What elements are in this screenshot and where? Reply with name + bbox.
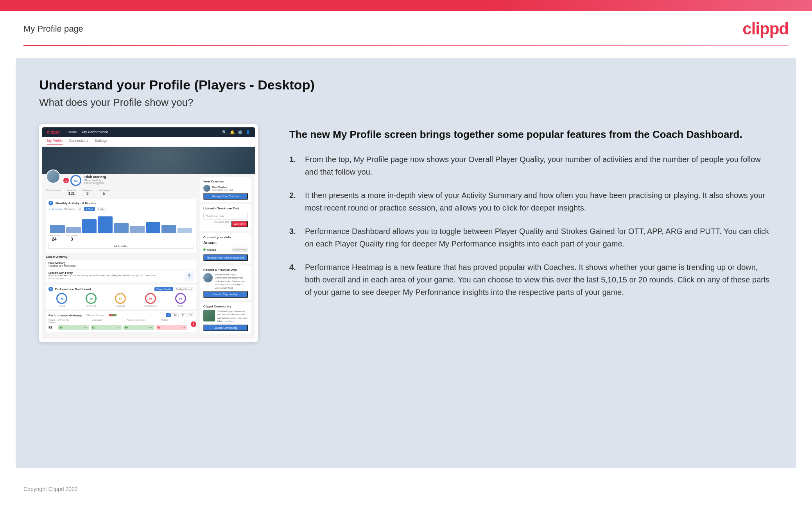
ring-approach-circle: 85 xyxy=(115,293,126,304)
on-course-value: 24 xyxy=(48,237,60,241)
heatmap-cell-putt[interactable]: 96 ▲▼ xyxy=(156,325,187,330)
list-item-4: 4. Performance Heatmap is a new feature … xyxy=(289,261,773,298)
svg-point-0 xyxy=(188,274,190,276)
heatmap-btn-5[interactable]: 5 xyxy=(166,313,171,317)
stat-followers-value: 3 xyxy=(82,191,93,196)
manage-coaches-button[interactable]: Manage Your Coaches xyxy=(203,193,248,200)
app-nav: clippd Home My Performance 🔍 🔔 ⚙️ 👤 xyxy=(42,127,255,137)
heatmap-app-value: 85 xyxy=(92,326,95,329)
lesson-item[interactable]: Lesson with Fordy Nothing is feel like m… xyxy=(46,270,196,282)
lesson-description: Nothing is feel like my hips are ending … xyxy=(48,274,182,277)
list-item-2: 2. It then presents a more in-depth view… xyxy=(289,189,773,214)
heatmap-putt-trend: ▲▼ xyxy=(181,326,185,328)
nav-home[interactable]: Home xyxy=(67,130,77,134)
latest-activity-title: Latest Activity xyxy=(46,255,67,259)
heatmap-cell-arg[interactable]: 86 ▲▼ xyxy=(123,325,154,330)
manage-integrations-button[interactable]: Manage Your Data Integrations xyxy=(203,254,248,261)
page-title: My Profile page xyxy=(23,24,83,34)
arccos-title: Arccos xyxy=(203,241,248,245)
settings-icon[interactable]: ⚙️ xyxy=(238,130,242,134)
activity-bar-chart xyxy=(48,213,194,233)
heatmap-btn-10[interactable]: 10 xyxy=(172,313,179,317)
ring-approach[interactable]: 85 Approach xyxy=(115,293,126,307)
nav-my-performance[interactable]: My Performance xyxy=(82,130,108,134)
ring-off-tee-label: Off the Tee xyxy=(86,305,97,307)
perf-dashboard-title: Performance Dashboard xyxy=(55,287,91,291)
heatmap-cell-ott[interactable]: 90 ▲▼ xyxy=(58,325,89,330)
user-location: United Kingdom xyxy=(84,182,106,184)
lesson-meta: 00:1h · 30 mins xyxy=(48,277,182,280)
bar-7 xyxy=(146,222,161,233)
app-nav-right: 🔍 🔔 ⚙️ 👤 xyxy=(222,130,250,134)
header-divider xyxy=(23,45,789,46)
activity-item-1[interactable]: Blair McHarg Practice drill recorded... xyxy=(46,260,196,269)
coaches-title: Your Coaches xyxy=(203,180,248,183)
bar-8 xyxy=(161,225,176,233)
main-subheading: What does your Profile show you? xyxy=(39,96,773,109)
on-course-stats: On Course 24 Off Course 3 xyxy=(48,234,194,241)
content-columns: clippd Home My Performance 🔍 🔔 ⚙️ 👤 My P… xyxy=(39,124,773,342)
performance-heatmap: Performance Heatmap 5 Round Change: 5 10… xyxy=(46,311,196,332)
filter-1y[interactable]: 1Y xyxy=(77,207,83,211)
disconnect-button[interactable]: Disconnect xyxy=(232,248,248,252)
toggle-player-quality[interactable]: Player Quality xyxy=(154,287,173,291)
heatmap-header-ott: Off the Tee xyxy=(58,319,91,323)
launch-capture-button[interactable]: Launch Capture App xyxy=(203,291,248,298)
all-activities-button[interactable]: All Activities xyxy=(48,244,194,249)
bell-icon[interactable]: 🔔 xyxy=(230,130,235,134)
quality-ring[interactable]: 92 xyxy=(70,175,81,186)
sub-nav-connections[interactable]: Connections xyxy=(69,139,88,145)
user-icon[interactable]: 👤 xyxy=(246,130,250,134)
avatar xyxy=(46,170,60,184)
heatmap-header-overall: Player Quality xyxy=(48,319,56,323)
trackman-add-button[interactable]: Add Link xyxy=(231,221,248,227)
golf-icon xyxy=(186,273,192,279)
drill-content: Be one of the Clippd Community and share… xyxy=(203,273,248,289)
on-course-count: On Course 24 xyxy=(48,234,60,241)
stats-row: Player Quality Activities 131 Followers … xyxy=(46,189,196,196)
record-drill-section: Record a Practice Drill Be one of the Cl… xyxy=(200,266,251,300)
record-drill-title: Record a Practice Drill xyxy=(203,268,248,271)
heatmap-cell-app[interactable]: 85 ▲▼ xyxy=(91,325,122,330)
activity-player-name: Blair McHarg xyxy=(48,262,194,264)
ring-overall-circle: 92 xyxy=(56,293,67,304)
user-info-row: 1 92 Blair McHarg Plus Handicap United K… xyxy=(46,170,196,186)
sub-nav-settings[interactable]: Settings xyxy=(95,139,108,145)
description-list: 1. From the top, My Profile page now sho… xyxy=(289,153,773,298)
ring-off-tee[interactable]: 90 Off the Tee xyxy=(86,293,97,307)
user-name: Blair McHarg xyxy=(84,175,106,179)
latest-activity-section: Latest Activity Blair McHarg Practice dr… xyxy=(46,255,196,282)
trackman-input[interactable] xyxy=(203,213,248,220)
filter-6m[interactable]: 6 Mths xyxy=(84,207,95,211)
sub-nav-my-profile[interactable]: My Profile xyxy=(47,139,63,145)
stat-following-value: 5 xyxy=(99,191,109,196)
app-screenshot: clippd Home My Performance 🔍 🔔 ⚙️ 👤 My P… xyxy=(39,124,258,342)
ring-overall-label: Overall xyxy=(56,305,67,307)
coach-avatar xyxy=(203,185,210,192)
heatmap-arg-trend: ▲▼ xyxy=(149,326,153,328)
performance-dashboard: 3 Performance Dashboard Player Quality S… xyxy=(46,285,196,309)
ring-around-green-circle: 86 xyxy=(145,293,156,304)
heatmap-btn-15[interactable]: 15 xyxy=(180,313,186,317)
main-heading: Understand your Profile (Players - Deskt… xyxy=(39,77,773,93)
ring-around-green[interactable]: 86 Around Green xyxy=(144,293,156,307)
bar-4 xyxy=(98,216,113,233)
bar-3 xyxy=(82,219,97,233)
filter-1m[interactable]: 1 mth xyxy=(96,207,106,211)
search-icon[interactable]: 🔍 xyxy=(222,130,227,134)
quality-badge-row: 1 92 xyxy=(63,175,81,186)
heatmap-gradient xyxy=(109,314,117,316)
heatmap-header-app: Approach xyxy=(92,319,125,323)
description-heading: The new My Profile screen brings togethe… xyxy=(289,128,773,141)
launch-community-button[interactable]: Launch Community xyxy=(203,325,248,331)
toggle-strokes-gained[interactable]: Strokes Gained xyxy=(174,287,194,291)
annotation-1: 1 xyxy=(63,178,69,183)
app-sub-nav: My Profile Connections Settings xyxy=(42,137,255,147)
perf-header-row: 3 Performance Dashboard Player Quality S… xyxy=(48,287,194,291)
ring-putting[interactable]: 96 Putting xyxy=(175,293,186,307)
trackman-section: Upload a Trackman Test Trackman Link Add… xyxy=(200,204,251,231)
perf-header-left: 3 Performance Dashboard xyxy=(48,287,91,291)
ring-overall[interactable]: 92 Overall xyxy=(56,293,67,307)
heatmap-btn-20[interactable]: 20 xyxy=(187,313,194,317)
header: My Profile page clippd xyxy=(0,11,812,45)
